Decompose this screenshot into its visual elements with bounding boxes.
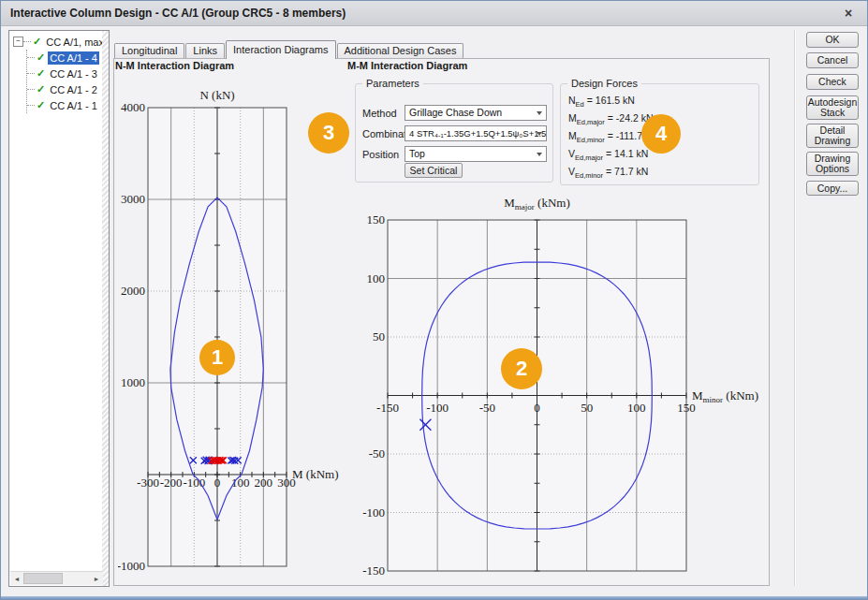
method-label: Method [362,108,397,119]
svg-text:-150: -150 [376,401,399,415]
svg-text:-50: -50 [369,446,385,461]
copy-button[interactable]: Copy... [806,181,859,196]
tree-vertical-scrollbar[interactable] [102,31,109,586]
tree-item-label[interactable]: CC A/1 - 4 [48,51,99,65]
svg-text:100: 100 [367,271,386,285]
window-bottom-edge [1,596,867,599]
combination-value: 4 STR₄.₁-1.35G+1.5Q+1.5ψ₀S+1.5ψ₀W [409,128,547,139]
mm-interaction-chart: 15010050-50-100-150-150-100-50050100150M… [361,188,764,586]
interactive-column-design-dialog: Interactive Column Design - CC A/1 (Grou… [0,0,868,600]
svg-text:-200: -200 [160,476,183,490]
tree-horizontal-scrollbar[interactable]: ◄ ► [10,571,103,585]
svg-text:-100: -100 [426,401,449,415]
svg-text:200: 200 [255,476,273,490]
chevron-down-icon[interactable] [537,132,542,136]
tree-children: ✓ CC A/1 - 4 ✓ CC A/1 - 3 ✓ CC A/1 - 2 ✓… [26,50,109,113]
nm-interaction-chart: 4000300020001000-1000-300-200-1000100200… [118,90,352,595]
svg-text:0: 0 [534,401,540,415]
svg-text:Mmajor (kNm): Mmajor (kNm) [504,196,569,212]
parameters-title: Parameters [362,78,423,89]
check-icon: ✓ [37,99,45,111]
detail-drawing-button[interactable]: Detail Drawing [806,124,859,148]
position-select[interactable]: Top [405,146,547,162]
scroll-left-arrow-icon[interactable]: ◄ [10,576,23,582]
set-critical-button[interactable]: Set Critical [405,163,463,178]
tab-longitudinal[interactable]: Longitudinal [114,43,184,58]
ok-button[interactable]: OK [806,32,859,48]
tab-links[interactable]: Links [185,43,225,58]
svg-text:M (kNm): M (kNm) [292,467,338,481]
combination-select[interactable]: 4 STR₄.₁-1.35G+1.5Q+1.5ψ₀S+1.5ψ₀W [405,125,547,141]
tab-additional-design-cases[interactable]: Additional Design Cases [337,43,464,58]
close-icon[interactable]: × [839,6,858,21]
position-label: Position [362,149,399,160]
design-forces-title: Design Forces [567,78,641,89]
tree-root-item[interactable]: − ✓ CC A/1, max U [9,34,109,50]
svg-text:100: 100 [627,401,646,415]
titlebar: Interactive Column Design - CC A/1 (Grou… [1,1,867,26]
check-button[interactable]: Check [806,74,859,90]
svg-text:3000: 3000 [121,192,145,206]
tree-item-label[interactable]: CC A/1, max U [44,36,110,49]
check-icon: ✓ [37,51,45,64]
nm-diagram-heading: N-M Interaction Diagram [115,60,234,71]
svg-text:-150: -150 [362,563,385,578]
svg-text:N (kN): N (kN) [199,90,234,102]
callout-4: 4 [641,114,681,154]
design-force-row: VEd,major= 14.1 kN [568,148,648,162]
tab-bar: Longitudinal Links Interaction Diagrams … [114,40,464,58]
svg-text:4000: 4000 [121,100,145,114]
method-value: Grillage Chase Down [409,107,502,118]
svg-text:150: 150 [367,212,386,227]
svg-text:2000: 2000 [121,284,145,298]
design-force-row: NEd= 161.5 kN [568,95,635,109]
button-panel-separator [794,30,796,586]
svg-text:1000: 1000 [121,375,145,389]
svg-text:-300: -300 [137,476,159,490]
check-icon: ✓ [37,67,45,80]
svg-text:Mminor (kNm): Mminor (kNm) [692,388,758,404]
scroll-right-arrow-icon[interactable]: ► [90,576,103,582]
method-select[interactable]: Grillage Chase Down [405,105,547,121]
tree-item-cc-a1-2[interactable]: ✓ CC A/1 - 2 [27,81,109,97]
svg-text:50: 50 [373,329,385,344]
callout-2: 2 [501,348,542,389]
svg-text:-1000: -1000 [118,559,145,573]
member-tree: − ✓ CC A/1, max U ✓ CC A/1 - 4 ✓ CC A/1 … [8,30,110,587]
tab-interaction-diagrams[interactable]: Interaction Diagrams [226,40,336,59]
tree-item-cc-a1-1[interactable]: ✓ CC A/1 - 1 [27,97,109,113]
autodesign-stack-button[interactable]: Autodesign Stack [806,95,859,120]
chevron-down-icon[interactable] [537,111,542,115]
check-icon: ✓ [33,36,41,48]
check-icon: ✓ [37,83,45,95]
chevron-down-icon[interactable] [537,153,542,156]
tree-item-label[interactable]: CC A/1 - 2 [48,83,99,96]
svg-text:50: 50 [581,401,593,415]
svg-text:-100: -100 [183,476,205,490]
mm-diagram-heading: M-M Interaction Diagram [347,60,467,71]
callout-3: 3 [308,112,349,154]
collapse-icon[interactable]: − [13,37,23,47]
svg-text:-100: -100 [362,505,385,520]
position-value: Top [409,148,425,159]
window-title: Interactive Column Design - CC A/1 (Grou… [10,7,346,20]
tree-item-cc-a1-4[interactable]: ✓ CC A/1 - 4 [27,50,109,66]
tree-item-label[interactable]: CC A/1 - 3 [48,67,99,80]
design-force-row: VEd,minor= 71.7 kN [568,166,648,180]
svg-text:150: 150 [677,401,696,415]
scroll-thumb[interactable] [23,573,63,584]
cancel-button[interactable]: Cancel [806,52,859,68]
callout-1: 1 [199,340,235,375]
tree-item-cc-a1-3[interactable]: ✓ CC A/1 - 3 [27,66,109,81]
svg-text:0: 0 [214,476,221,490]
tree-item-label[interactable]: CC A/1 - 1 [48,99,99,112]
parameters-groupbox: Parameters Method Grillage Chase Down Co… [355,83,553,183]
drawing-options-button[interactable]: Drawing Options [806,152,859,176]
svg-text:-50: -50 [479,401,495,415]
